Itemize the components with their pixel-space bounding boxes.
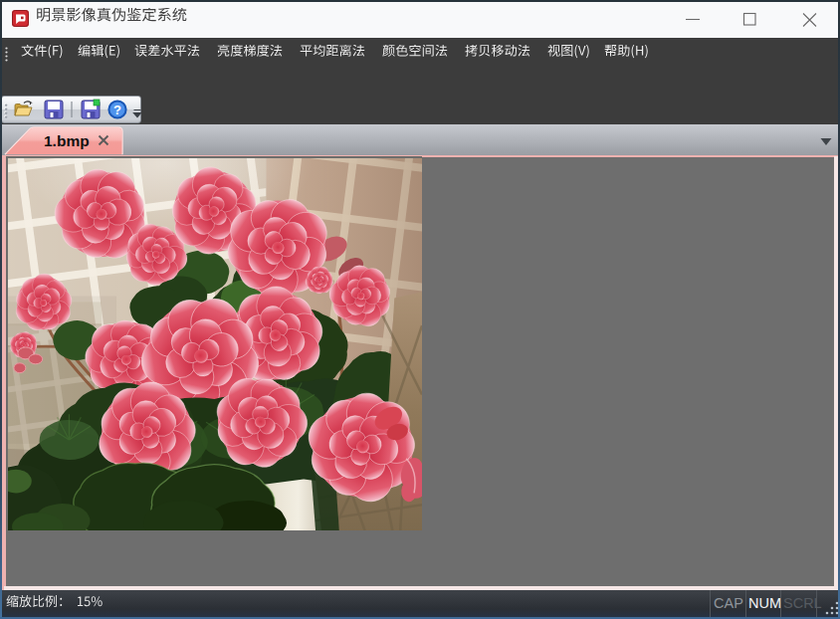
svg-text:?: ? (113, 103, 121, 117)
svg-text:1.bmp: 1.bmp (44, 132, 90, 149)
